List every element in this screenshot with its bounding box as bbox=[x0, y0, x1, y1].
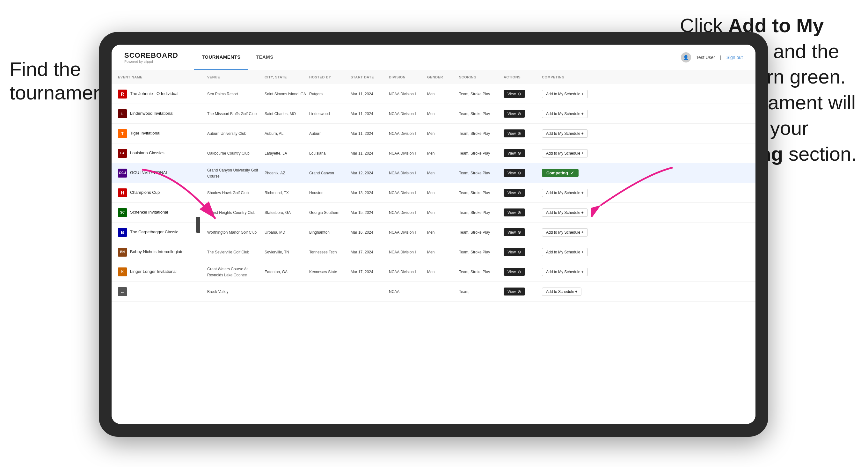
division-cell: NCAA Division I bbox=[389, 130, 427, 136]
col-scoring: SCORING bbox=[459, 75, 504, 79]
action-cell: View ⊙ bbox=[504, 268, 542, 276]
scoring-cell: Team, Stroke Play bbox=[459, 210, 504, 216]
city-state-cell: Sevierville, TN bbox=[265, 249, 309, 255]
event-name-cell: BThe Carpetbagger Classic bbox=[118, 228, 207, 237]
col-venue: VENUE bbox=[207, 75, 265, 79]
table-container: EVENT NAME VENUE CITY, STATE HOSTED BY S… bbox=[112, 70, 755, 424]
gender-cell: Men bbox=[427, 249, 459, 255]
header-right: 👤 Test User | Sign out bbox=[681, 52, 743, 62]
venue-cell: The Sevierville Golf Club bbox=[207, 249, 265, 255]
tab-tournaments[interactable]: TOURNAMENTS bbox=[194, 44, 248, 70]
hosted-by-cell: Kennesaw State bbox=[309, 269, 351, 275]
event-name-cell: ... bbox=[118, 287, 207, 296]
event-name: Linger Longer Invitational bbox=[130, 269, 177, 275]
gender-cell: Men bbox=[427, 210, 459, 216]
add-to-schedule-button[interactable]: Add to My Schedule + bbox=[542, 110, 588, 118]
add-to-schedule-button[interactable]: Add to My Schedule + bbox=[542, 228, 588, 237]
add-to-schedule-button[interactable]: Add to Schedule + bbox=[542, 287, 582, 296]
tablet-frame: SCOREBOARD Powered by clippd TOURNAMENTS… bbox=[99, 32, 768, 437]
division-cell: NCAA Division I bbox=[389, 249, 427, 255]
logo-text: SCOREBOARD bbox=[124, 51, 178, 60]
table-row: LLindenwood InvitationalThe Missouri Blu… bbox=[112, 104, 755, 124]
hosted-by-cell: Georgia Southern bbox=[309, 210, 351, 216]
event-name: Tiger Invitational bbox=[130, 131, 160, 136]
view-button[interactable]: View ⊙ bbox=[504, 129, 525, 137]
venue-cell: Brook Valley bbox=[207, 288, 265, 294]
view-button[interactable]: View ⊙ bbox=[504, 228, 525, 236]
sign-out-link[interactable]: Sign out bbox=[726, 55, 743, 60]
arrow-right bbox=[591, 159, 686, 217]
view-button[interactable]: View ⊙ bbox=[504, 169, 525, 177]
gender-cell: Men bbox=[427, 229, 459, 235]
event-name-cell: HChampions Cup bbox=[118, 188, 207, 197]
add-to-schedule-button[interactable]: Add to My Schedule + bbox=[542, 90, 588, 98]
city-state-cell: Lafayette, LA bbox=[265, 150, 309, 156]
hosted-by-cell: Binghamton bbox=[309, 229, 351, 235]
competing-cell: Add to My Schedule + bbox=[542, 149, 606, 157]
division-cell: NCAA Division I bbox=[389, 190, 427, 196]
action-cell: View ⊙ bbox=[504, 209, 542, 216]
hosted-by-cell: Auburn bbox=[309, 130, 351, 136]
team-logo: BN bbox=[118, 248, 127, 257]
event-name: Lindenwood Invitational bbox=[130, 111, 174, 116]
team-logo: R bbox=[118, 90, 127, 98]
table-body: RThe Johnnie - O IndividualSea Palms Res… bbox=[112, 84, 755, 424]
venue-cell: Grand Canyon University Golf Course bbox=[207, 167, 265, 179]
add-to-schedule-button[interactable]: Add to My Schedule + bbox=[542, 149, 588, 157]
competing-cell: Add to My Schedule + bbox=[542, 228, 606, 237]
view-button[interactable]: View ⊙ bbox=[504, 248, 525, 256]
col-gender: GENDER bbox=[427, 75, 459, 79]
competing-cell: Add to My Schedule + bbox=[542, 90, 606, 98]
start-date-cell: Mar 11, 2024 bbox=[351, 150, 389, 156]
table-row: ...Brook ValleyNCAATeam,View ⊙Add to Sch… bbox=[112, 282, 755, 302]
city-state-cell: Urbana, MD bbox=[265, 229, 309, 235]
competing-cell: Add to My Schedule + bbox=[542, 129, 606, 138]
add-to-schedule-button[interactable]: Add to My Schedule + bbox=[542, 189, 588, 197]
team-logo: B bbox=[118, 228, 127, 237]
view-button[interactable]: View ⊙ bbox=[504, 209, 525, 216]
venue-cell: Oakbourne Country Club bbox=[207, 150, 265, 156]
hosted-by-cell: Rutgers bbox=[309, 91, 351, 97]
add-to-schedule-button[interactable]: Add to My Schedule + bbox=[542, 209, 588, 217]
hosted-by-cell: Tennessee Tech bbox=[309, 249, 351, 255]
view-button[interactable]: View ⊙ bbox=[504, 287, 525, 295]
competing-cell: Add to Schedule + bbox=[542, 287, 606, 296]
start-date-cell: Mar 11, 2024 bbox=[351, 91, 389, 97]
gender-cell: Men bbox=[427, 170, 459, 176]
city-state-cell: Auburn, AL bbox=[265, 130, 309, 136]
tab-teams[interactable]: TEAMS bbox=[248, 44, 281, 70]
view-button[interactable]: View ⊙ bbox=[504, 268, 525, 276]
division-cell: NCAA Division I bbox=[389, 229, 427, 235]
action-cell: View ⊙ bbox=[504, 129, 542, 137]
team-logo: T bbox=[118, 129, 127, 138]
view-button[interactable]: View ⊙ bbox=[504, 149, 525, 157]
add-to-schedule-button[interactable]: Add to My Schedule + bbox=[542, 248, 588, 256]
user-avatar: 👤 bbox=[681, 52, 691, 62]
tablet-screen: SCOREBOARD Powered by clippd TOURNAMENTS… bbox=[112, 44, 755, 424]
col-actions: ACTIONS bbox=[504, 75, 542, 79]
team-logo: L bbox=[118, 110, 127, 118]
team-logo: ... bbox=[118, 287, 127, 296]
event-name: Schenkel Invitational bbox=[130, 210, 168, 215]
division-cell: NCAA Division I bbox=[389, 91, 427, 97]
hosted-by-cell: Houston bbox=[309, 190, 351, 196]
view-button[interactable]: View ⊙ bbox=[504, 90, 525, 98]
view-button[interactable]: View ⊙ bbox=[504, 110, 525, 118]
scoring-cell: Team, Stroke Play bbox=[459, 111, 504, 117]
table-row: RThe Johnnie - O IndividualSea Palms Res… bbox=[112, 84, 755, 104]
competing-button[interactable]: Competing ✓ bbox=[542, 169, 579, 177]
start-date-cell: Mar 15, 2024 bbox=[351, 210, 389, 216]
event-name-cell: SCSchenkel Invitational bbox=[118, 208, 207, 217]
scoring-cell: Team, Stroke Play bbox=[459, 229, 504, 235]
scoring-cell: Team, Stroke Play bbox=[459, 190, 504, 196]
add-to-schedule-button[interactable]: Add to My Schedule + bbox=[542, 268, 588, 276]
scoring-cell: Team, Stroke Play bbox=[459, 249, 504, 255]
team-logo: H bbox=[118, 188, 127, 197]
start-date-cell: Mar 12, 2024 bbox=[351, 170, 389, 176]
view-button[interactable]: View ⊙ bbox=[504, 189, 525, 197]
venue-cell: Great Waters Course At Reynolds Lake Oco… bbox=[207, 266, 265, 278]
city-state-cell: Phoenix, AZ bbox=[265, 170, 309, 176]
division-cell: NCAA bbox=[389, 288, 427, 294]
hosted-by-cell: Louisiana bbox=[309, 150, 351, 156]
add-to-schedule-button[interactable]: Add to My Schedule + bbox=[542, 129, 588, 138]
